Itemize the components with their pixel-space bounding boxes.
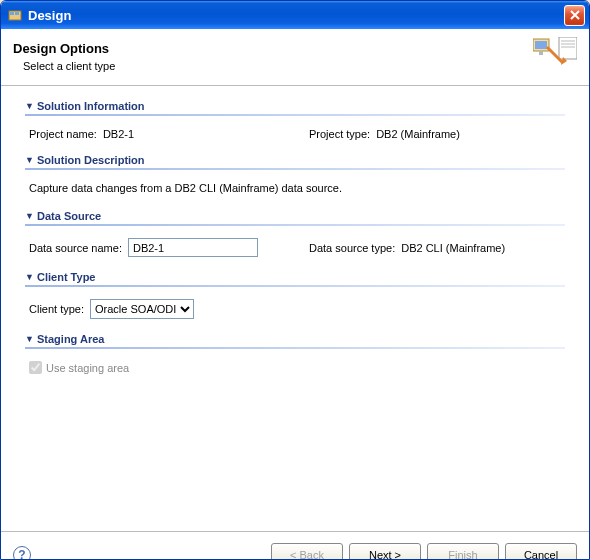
solution-info-fields: Project name: DB2-1 Project type: DB2 (M… <box>25 126 565 154</box>
client-type-select[interactable]: Oracle SOA/ODI <box>90 299 194 319</box>
section-title: Data Source <box>37 210 101 222</box>
svg-rect-4 <box>535 41 547 49</box>
collapse-icon: ▼ <box>25 272 37 282</box>
data-source-fields: Data source name: Data source type: DB2 … <box>25 236 565 271</box>
data-source-name-input[interactable] <box>128 238 258 257</box>
close-button[interactable] <box>564 5 585 26</box>
client-type-label: Client type: <box>29 303 84 315</box>
project-type-value: DB2 (Mainframe) <box>376 128 460 140</box>
finish-button: Finish <box>427 543 499 560</box>
section-solution-description[interactable]: ▼ Solution Description <box>25 154 565 166</box>
collapse-icon: ▼ <box>25 101 37 111</box>
wizard-header: Design Options Select a client type <box>1 29 589 86</box>
collapse-icon: ▼ <box>25 155 37 165</box>
divider <box>25 168 565 170</box>
cancel-button[interactable]: Cancel <box>505 543 577 560</box>
divider <box>25 285 565 287</box>
staging-checkbox-row: Use staging area <box>25 359 565 376</box>
section-title: Solution Description <box>37 154 145 166</box>
section-title: Staging Area <box>37 333 104 345</box>
project-type-label: Project type: <box>309 128 370 140</box>
svg-rect-6 <box>559 37 577 59</box>
client-type-fields: Client type: Oracle SOA/ODI <box>25 297 565 333</box>
use-staging-area-label: Use staging area <box>46 362 129 374</box>
section-solution-information[interactable]: ▼ Solution Information <box>25 100 565 112</box>
app-icon <box>7 7 23 23</box>
page-title: Design Options <box>13 41 533 56</box>
collapse-icon: ▼ <box>25 211 37 221</box>
divider <box>25 114 565 116</box>
wizard-footer: ? < Back Next > Finish Cancel <box>1 531 589 560</box>
collapse-icon: ▼ <box>25 334 37 344</box>
use-staging-area-checkbox <box>29 361 42 374</box>
section-title: Solution Information <box>37 100 145 112</box>
divider <box>25 224 565 226</box>
page-subtitle: Select a client type <box>13 60 533 72</box>
titlebar: Design <box>1 1 589 29</box>
project-name-label: Project name: <box>29 128 97 140</box>
help-icon[interactable]: ? <box>13 546 31 561</box>
section-title: Client Type <box>37 271 95 283</box>
wizard-banner-icon <box>533 37 577 75</box>
window-title: Design <box>28 8 564 23</box>
svg-rect-1 <box>10 12 14 15</box>
data-source-type-value: DB2 CLI (Mainframe) <box>401 242 505 254</box>
section-data-source[interactable]: ▼ Data Source <box>25 210 565 222</box>
back-button: < Back <box>271 543 343 560</box>
divider <box>25 347 565 349</box>
solution-description-text: Capture data changes from a DB2 CLI (Mai… <box>25 180 565 210</box>
section-client-type[interactable]: ▼ Client Type <box>25 271 565 283</box>
wizard-content: ▼ Solution Information Project name: DB2… <box>1 86 589 531</box>
data-source-name-label: Data source name: <box>29 242 122 254</box>
data-source-type-label: Data source type: <box>309 242 395 254</box>
project-name-value: DB2-1 <box>103 128 134 140</box>
svg-rect-5 <box>539 51 543 55</box>
next-button[interactable]: Next > <box>349 543 421 560</box>
svg-rect-2 <box>15 12 19 15</box>
section-staging-area[interactable]: ▼ Staging Area <box>25 333 565 345</box>
